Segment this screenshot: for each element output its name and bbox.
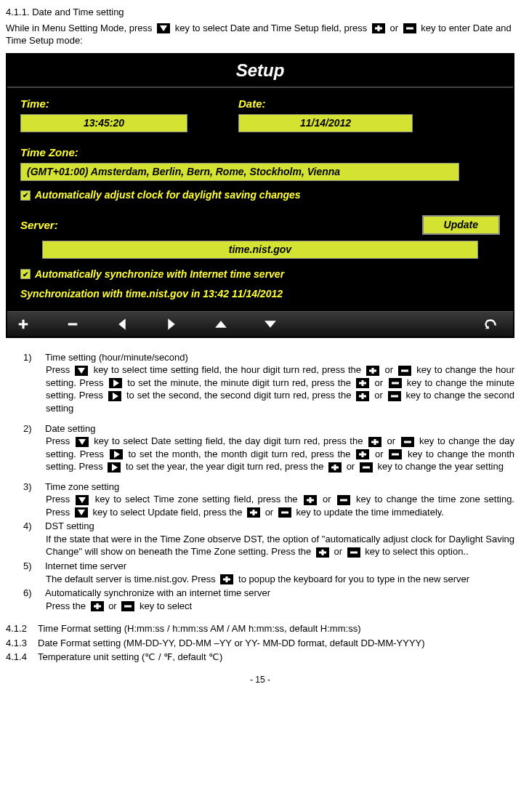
date-label: Date:	[238, 97, 266, 111]
server-field[interactable]: time.nist.gov	[42, 241, 478, 259]
plus-icon	[356, 378, 369, 388]
plus-icon	[366, 366, 379, 376]
toolbar-right-button[interactable]	[161, 316, 182, 332]
right-arrow-icon	[109, 378, 122, 388]
text: or	[384, 435, 399, 446]
update-button[interactable]: Update	[422, 215, 500, 235]
toolbar-down-button[interactable]	[260, 316, 280, 332]
down-arrow-icon	[76, 437, 89, 447]
text: Press	[46, 435, 73, 446]
timezone-field[interactable]: (GMT+01:00) Amsterdam, Berlin, Bern, Rom…	[20, 163, 459, 181]
text: or	[262, 507, 276, 518]
list-paragraph: Press key to select Time zone setting fi…	[6, 493, 514, 518]
toolbar	[7, 311, 513, 337]
list-number: 5)	[6, 560, 45, 573]
server-label: Server:	[20, 218, 108, 233]
plus-icon	[91, 601, 104, 611]
right-arrow-icon	[110, 449, 123, 459]
list-number: 2)	[6, 422, 45, 435]
text: or	[344, 461, 358, 472]
minus-icon	[389, 449, 402, 459]
text: key to select Time zone setting field, p…	[91, 494, 301, 505]
list-number: 4)	[6, 520, 45, 533]
text: to set the year, the year digit turn red…	[123, 461, 326, 472]
time-label: Time:	[20, 97, 238, 111]
list-paragraph: Press key to select Date setting field, …	[6, 435, 514, 473]
date-field[interactable]: 11/14/2012	[238, 114, 413, 132]
minus-icon	[278, 507, 291, 518]
text: The default server is time.nist.gov. Pre…	[46, 574, 218, 584]
text: to popup the keyboard for you to type in…	[235, 574, 469, 584]
text: to set the month, the month digit turn r…	[125, 449, 355, 459]
list-number: 1)	[6, 351, 45, 364]
list-number: 3)	[6, 481, 45, 494]
minus-icon	[389, 378, 402, 388]
autosync-checkbox[interactable]: ✔	[20, 269, 31, 279]
autosync-label: Automatically synchronize with Internet …	[35, 268, 284, 281]
dst-checkbox[interactable]: ✔	[20, 190, 31, 201]
section-text: Temperature unit setting (℃ / ℉, default…	[38, 651, 222, 664]
minus-icon	[398, 366, 411, 376]
text: Press	[46, 364, 73, 375]
minus-icon	[403, 23, 416, 33]
plus-icon	[368, 437, 381, 447]
down-arrow-icon	[75, 366, 88, 376]
text: or	[331, 546, 345, 557]
toolbar-left-button[interactable]	[112, 316, 132, 332]
intro-text: While in Menu Setting Mode, press	[6, 23, 155, 33]
text: key to select Update field, press the	[90, 507, 245, 518]
minus-icon	[347, 547, 360, 558]
text: or	[371, 390, 385, 401]
right-arrow-icon	[108, 462, 121, 473]
text: key to select time setting field, the ho…	[90, 364, 364, 375]
timezone-label: Time Zone:	[20, 145, 500, 160]
time-field[interactable]: 13:45:20	[20, 114, 187, 132]
section-number: 4.1.3	[6, 637, 38, 650]
down-arrow-icon	[76, 495, 89, 505]
toolbar-back-button[interactable]	[480, 316, 500, 332]
text: key to select	[137, 600, 192, 611]
plus-icon	[316, 547, 329, 558]
text: to set the second, the second digit turn…	[124, 390, 354, 401]
text: key to update the time immediately.	[294, 507, 444, 518]
section-text: Date Format setting (MM-DD-YY, DD-MM –YY…	[38, 637, 425, 650]
dst-label: Automatically adjust clock for daylight …	[35, 188, 301, 202]
list-title: Internet time server	[45, 560, 514, 573]
toolbar-up-button[interactable]	[211, 316, 231, 332]
section-text: Time Format setting (H:mm:ss / h:mm:ss A…	[38, 622, 360, 635]
section-number: 4.1.2	[6, 622, 38, 635]
intro-paragraph: While in Menu Setting Mode, press key to…	[6, 22, 514, 47]
toolbar-minus-button[interactable]	[62, 316, 83, 332]
list-paragraph: Press key to select time setting field, …	[6, 363, 514, 414]
text: key to select this option..	[363, 546, 469, 557]
minus-icon	[121, 601, 134, 611]
down-arrow-icon	[157, 23, 170, 33]
plus-icon	[356, 449, 369, 459]
list-title: DST setting	[45, 520, 514, 533]
right-arrow-icon	[108, 391, 121, 401]
list-paragraph: Press the or key to select	[6, 600, 514, 613]
text: to set the minute, the minute digit turn…	[124, 377, 354, 388]
intro-text: key to select Date and Time Setup field,…	[172, 23, 370, 33]
page-number: - 15 -	[6, 674, 514, 686]
plus-icon	[372, 23, 385, 33]
list-paragraph: If the state that were in the Time Zone …	[6, 533, 514, 558]
list-paragraph: The default server is time.nist.gov. Pre…	[6, 573, 514, 586]
text: key to change the year setting	[375, 461, 504, 472]
text: or	[381, 364, 396, 375]
text: or	[371, 449, 387, 459]
minus-icon	[401, 437, 414, 447]
text: or	[319, 494, 335, 505]
minus-icon	[337, 495, 350, 505]
intro-text: or	[387, 23, 401, 33]
down-arrow-icon	[75, 507, 88, 518]
setup-title: Setup	[7, 55, 513, 88]
plus-icon	[220, 574, 233, 584]
plus-icon	[247, 507, 260, 518]
toolbar-plus-button[interactable]	[13, 316, 33, 332]
section-number: 4.1.4	[6, 651, 38, 664]
plus-icon	[328, 462, 342, 473]
list-title: Time zone setting	[45, 481, 514, 494]
text: key to select Date setting field, the da…	[91, 435, 366, 446]
text: or	[371, 377, 386, 388]
